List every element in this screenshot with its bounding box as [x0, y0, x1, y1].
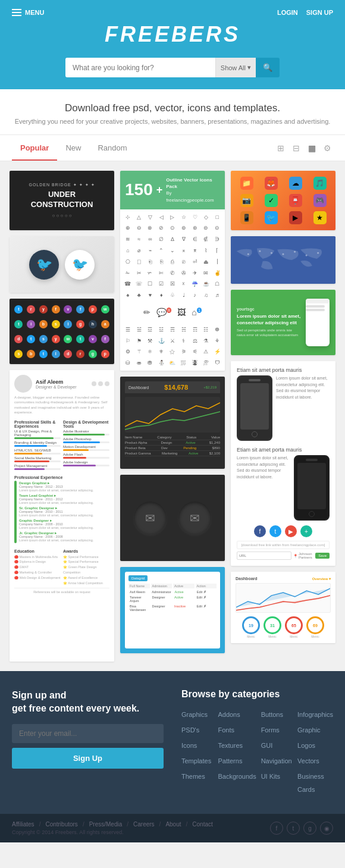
- vi-72: ♬: [212, 290, 222, 300]
- grid-small-view-icon[interactable]: ⊞: [275, 142, 287, 154]
- vi-38: ⎕: [134, 256, 145, 267]
- cat-backgrounds[interactable]: Backgrounds: [218, 770, 256, 796]
- card-vector-icons[interactable]: 150 + Outline Vector Icons Pack By freel…: [120, 171, 225, 371]
- cat-graphic[interactable]: Graphic: [297, 723, 333, 737]
- cat-buttons[interactable]: Buttons: [261, 708, 293, 721]
- cat-icons[interactable]: Icons: [181, 739, 213, 752]
- footer-affiliates[interactable]: Affiliates: [12, 821, 34, 828]
- save-button[interactable]: Save: [315, 553, 330, 559]
- social-icon-twitter: t: [14, 305, 23, 314]
- card-analytics[interactable]: Dashboard Overview ▾ 19 M: [231, 572, 335, 643]
- card-email-buttons[interactable]: ✉ ✉: [120, 475, 225, 561]
- vi-29: ⌀: [134, 245, 145, 256]
- footer-careers[interactable]: Careers: [133, 821, 155, 828]
- card-dashboard[interactable]: Dashboard $14,678 +$2,219 Item NameCateg…: [120, 377, 225, 469]
- vi2-19: ⚙: [123, 347, 133, 358]
- cat-logos[interactable]: Logos: [297, 739, 333, 752]
- cat-uikits[interactable]: UI Kits: [261, 770, 293, 796]
- masonry-layout: GOLDEN BRIDGE ✦ ✦ ✦ ✦ UNDERCONSTRUCTION …: [10, 171, 335, 662]
- vi-64: ♠: [123, 290, 133, 300]
- email-icon-1[interactable]: ✉: [134, 502, 167, 534]
- list-view-icon[interactable]: ▦: [306, 142, 318, 154]
- cat-graphics[interactable]: Graphics: [181, 708, 213, 721]
- card-green-mockup[interactable]: yourtsgc Lorem ipsum dolor sit amet, con…: [231, 290, 335, 355]
- card-phone-mockup-white[interactable]: Etiam sit amet porta mauris Lorem ipsum …: [231, 361, 335, 566]
- tab-popular[interactable]: Popular: [12, 135, 57, 161]
- vi-6: ☆: [178, 212, 189, 223]
- vi-24: ∇: [178, 234, 189, 245]
- vi-68: ♧: [167, 290, 178, 300]
- app-icon-11: ▶: [289, 211, 302, 224]
- email-icon-2[interactable]: ✉: [178, 502, 211, 534]
- url-input[interactable]: [237, 551, 291, 560]
- card-resume[interactable]: Asif Aleem Designer & Developer A design…: [10, 370, 114, 662]
- card-world-map[interactable]: [231, 236, 335, 284]
- tab-random[interactable]: Random: [89, 135, 135, 161]
- card-app-icons[interactable]: 📁 🦊 ☁ 🎵 📷 ✓ 📮 🎮 📱 🐦 ▶ ★: [231, 171, 335, 230]
- vi-37: ⎔: [123, 256, 133, 267]
- vi-28: ⌂: [123, 245, 133, 256]
- cat-gui[interactable]: GUI: [261, 739, 293, 752]
- phone-mockup-title: Etiam sit amet porta mauris: [237, 367, 330, 373]
- footer-rss-icon[interactable]: ◉: [320, 822, 333, 835]
- vi-67: ♦: [156, 290, 167, 300]
- vi2-31: ⛄: [156, 358, 167, 368]
- circle-label-4: Metric: [311, 635, 319, 638]
- resume-awards: ⭐ Special Performance ⭐ Special Performa…: [63, 554, 109, 586]
- cat-textures[interactable]: Textures: [218, 739, 256, 752]
- vi-12: ⊗: [145, 223, 156, 234]
- tab-new[interactable]: New: [57, 135, 89, 161]
- app-icon-1: 📁: [240, 177, 253, 190]
- menu-button[interactable]: MENU: [12, 9, 44, 16]
- card-social-icons[interactable]: t r y f v f p w t i b s l g h a d: [10, 299, 114, 364]
- cat-vectors[interactable]: Vectors: [297, 754, 333, 767]
- chevron-down-icon: ▾: [247, 64, 251, 71]
- footer-press[interactable]: Press/Media: [89, 821, 123, 828]
- cat-templates[interactable]: Templates: [181, 754, 213, 767]
- signup-button[interactable]: Sign Up: [12, 748, 164, 769]
- footer-facebook-icon[interactable]: f: [270, 822, 283, 835]
- cat-infographics[interactable]: Infographics: [297, 708, 333, 721]
- cat-themes[interactable]: Themes: [181, 770, 213, 796]
- cat-fonts[interactable]: Fonts: [218, 723, 256, 737]
- vector-author: By freelancingpeople.com: [166, 190, 220, 203]
- vi-47: ✂: [134, 268, 145, 278]
- vi-56: ☏: [134, 278, 145, 289]
- signup-link[interactable]: SIGN UP: [306, 9, 333, 16]
- vector-count: 150: [125, 181, 153, 198]
- cat-forms[interactable]: Forms: [261, 723, 293, 737]
- card-under-construction[interactable]: GOLDEN BRIDGE ✦ ✦ ✦ ✦ UNDERCONSTRUCTION …: [10, 171, 114, 230]
- search-input[interactable]: [65, 58, 215, 77]
- twitter-dark-icon: 🐦: [29, 250, 59, 280]
- hamburger-icon: [12, 9, 21, 16]
- signup-email-input[interactable]: [12, 724, 164, 743]
- cat-psds[interactable]: PSD's: [181, 723, 213, 737]
- settings-icon[interactable]: ⚙: [321, 142, 333, 154]
- search-button[interactable]: 🔍: [256, 58, 280, 77]
- cat-addons[interactable]: Addons: [218, 708, 256, 721]
- footer-contributors[interactable]: Contributors: [45, 821, 77, 828]
- vi2-7: ☶: [190, 324, 200, 335]
- td-status-1: Active: [174, 590, 195, 594]
- circle-label-2: Metric: [268, 635, 277, 638]
- card-ui-kit-table[interactable]: Datsgrid Full Name Admission Active Acti…: [120, 567, 225, 653]
- footer-contact[interactable]: Contact: [192, 821, 212, 828]
- vi-27: ∋: [212, 234, 222, 245]
- vi-44: ⏏: [200, 256, 211, 267]
- cat-navigation[interactable]: Navigation: [261, 754, 293, 767]
- site-title: FREEBERS: [12, 22, 333, 47]
- grid-medium-view-icon[interactable]: ⊟: [290, 142, 302, 154]
- ui-tab-1[interactable]: Datsgrid: [128, 575, 148, 581]
- login-link[interactable]: LOGIN: [277, 9, 298, 16]
- footer-gplus-icon[interactable]: g: [303, 822, 316, 835]
- footer-twitter-icon[interactable]: t: [287, 822, 300, 835]
- vi-63: ☖: [212, 278, 222, 289]
- footer-about[interactable]: About: [165, 821, 181, 828]
- vi2-4: ☳: [156, 324, 167, 335]
- cat-businesscards[interactable]: Business Cards: [297, 770, 333, 796]
- vi2-29: ⛂: [134, 358, 145, 368]
- card-twitter-buttons[interactable]: 🐦 🐦: [10, 236, 114, 293]
- cat-patterns[interactable]: Patterns: [218, 754, 256, 767]
- search-dropdown[interactable]: Show All ▾: [215, 58, 256, 77]
- mockup-brand: yourtsgc: [237, 307, 301, 311]
